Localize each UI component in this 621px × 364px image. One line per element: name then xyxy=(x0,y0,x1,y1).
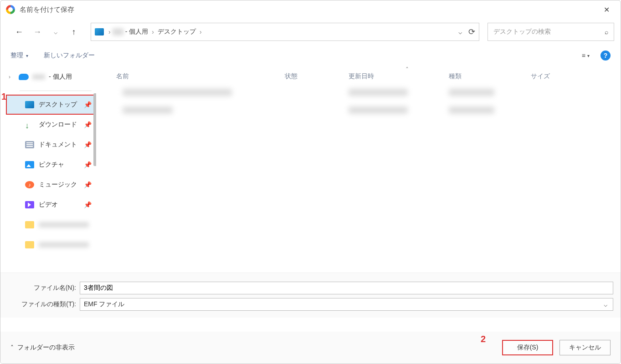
desktop-icon xyxy=(25,101,34,108)
chevron-down-icon: ▾ xyxy=(26,53,28,58)
download-icon: ↓ xyxy=(25,121,34,128)
file-row[interactable] xyxy=(96,102,621,120)
search-placeholder: デスクトップの検索 xyxy=(493,28,551,36)
tree-personal-suffix: - 個人用 xyxy=(49,73,72,81)
help-icon[interactable]: ? xyxy=(600,51,611,61)
onedrive-icon xyxy=(19,74,29,80)
pin-icon[interactable]: 📌 xyxy=(84,141,92,148)
sidebar-item-videos[interactable]: ビデオ 📌 xyxy=(6,195,96,215)
forward-button[interactable]: → xyxy=(30,24,45,40)
search-icon: ⌕ xyxy=(605,28,608,35)
breadcrumb-desktop[interactable]: デスクトップ xyxy=(156,28,198,36)
tree-onedrive[interactable]: › - 個人用 xyxy=(6,69,96,85)
view-options-button[interactable]: ≡ ▾ xyxy=(582,52,590,59)
sidebar-item-downloads[interactable]: ↓ ダウンロード 📌 xyxy=(6,115,96,135)
main-area: › - 個人用 1 デスクトップ 📌 ↓ ダウンロード 📌 ドキュメント 📌 ピ… xyxy=(0,66,621,273)
chevron-right-icon: › xyxy=(198,28,204,35)
video-icon xyxy=(25,201,34,208)
file-list: ˄ 名前 状態 更新日時 種類 サイズ xyxy=(96,66,621,273)
cancel-button[interactable]: キャンセル xyxy=(559,340,611,355)
close-icon[interactable]: ✕ xyxy=(598,1,615,18)
hide-folders-button[interactable]: ˄ フォルダーの非表示 xyxy=(10,344,75,352)
file-row[interactable] xyxy=(96,84,621,102)
pin-icon[interactable]: 📌 xyxy=(84,181,92,188)
sidebar-item-pictures[interactable]: ピクチャ 📌 xyxy=(6,155,96,175)
pin-icon[interactable]: 📌 xyxy=(84,101,92,108)
folder-icon xyxy=(25,241,34,248)
up-button[interactable]: ↑ xyxy=(66,24,82,40)
organize-menu[interactable]: 整理 ▾ xyxy=(10,51,28,60)
tree-user-label xyxy=(32,74,45,80)
column-header-type[interactable]: 種類 xyxy=(449,72,531,81)
chevron-right-icon[interactable]: › xyxy=(9,74,15,80)
filename-label: ファイル名(N): xyxy=(0,284,80,292)
column-header-state[interactable]: 状態 xyxy=(285,72,349,81)
filename-input[interactable] xyxy=(80,282,613,294)
chevron-down-icon: ▾ xyxy=(587,53,590,58)
footer: ˄ フォルダーの非表示 2 保存(S) キャンセル xyxy=(0,332,621,364)
chevron-right-icon: › xyxy=(107,28,113,35)
music-icon xyxy=(25,181,34,188)
column-header-size[interactable]: サイズ xyxy=(531,72,576,81)
address-bar[interactable]: › - 個人用 › デスクトップ › ⌵ ⟳ xyxy=(91,23,479,41)
recent-locations-button[interactable]: ⌵ xyxy=(48,24,63,40)
refresh-icon[interactable]: ⟳ xyxy=(468,27,475,37)
pin-icon[interactable]: 📌 xyxy=(84,121,92,128)
column-header-name[interactable]: 名前 xyxy=(116,72,285,81)
sidebar-item-folder[interactable] xyxy=(6,235,96,255)
column-headers: 名前 状態 更新日時 種類 サイズ xyxy=(96,69,621,84)
document-icon xyxy=(25,141,34,148)
save-button[interactable]: 保存(S) xyxy=(502,340,553,355)
callout-2: 2 xyxy=(481,334,486,344)
location-icon xyxy=(95,28,104,35)
sidebar-item-folder[interactable] xyxy=(6,215,96,235)
back-button[interactable]: ← xyxy=(11,24,27,40)
app-icon xyxy=(6,5,15,14)
folder-icon xyxy=(25,221,34,228)
nav-row: ← → ⌵ ↑ › - 個人用 › デスクトップ › ⌵ ⟳ デスクトップの検索… xyxy=(0,19,621,45)
sidebar-item-music[interactable]: ミュージック 📌 xyxy=(6,175,96,195)
breadcrumb-personal-suffix[interactable]: - 個人用 xyxy=(123,28,150,36)
sidebar-item-desktop[interactable]: デスクトップ 📌 xyxy=(6,95,96,115)
column-header-date[interactable]: 更新日時 xyxy=(349,72,449,81)
fields-area: ファイル名(N): ファイルの種類(T): EMF ファイル ⌵ xyxy=(0,273,621,318)
pin-icon[interactable]: 📌 xyxy=(84,161,92,168)
sidebar-divider xyxy=(20,91,92,91)
chevron-up-icon: ˄ xyxy=(10,344,14,351)
breadcrumb-user[interactable] xyxy=(113,28,123,35)
chevron-down-icon: ⌵ xyxy=(604,301,607,308)
picture-icon xyxy=(25,161,34,168)
filetype-label: ファイルの種類(T): xyxy=(0,300,80,308)
filetype-select[interactable]: EMF ファイル ⌵ xyxy=(80,298,613,311)
new-folder-button[interactable]: 新しいフォルダー xyxy=(44,51,95,60)
search-input[interactable]: デスクトップの検索 ⌕ xyxy=(488,23,614,41)
title-bar: 名前を付けて保存 ✕ xyxy=(0,0,621,19)
list-view-icon: ≡ xyxy=(582,52,585,59)
sidebar: › - 個人用 1 デスクトップ 📌 ↓ ダウンロード 📌 ドキュメント 📌 ピ… xyxy=(0,66,96,273)
sidebar-item-documents[interactable]: ドキュメント 📌 xyxy=(6,135,96,155)
toolbar: 整理 ▾ 新しいフォルダー ≡ ▾ ? xyxy=(0,45,621,66)
window-title: 名前を付けて保存 xyxy=(20,5,74,14)
address-dropdown-icon[interactable]: ⌵ xyxy=(458,28,462,35)
chevron-right-icon: › xyxy=(150,28,156,35)
pin-icon[interactable]: 📌 xyxy=(84,201,92,208)
